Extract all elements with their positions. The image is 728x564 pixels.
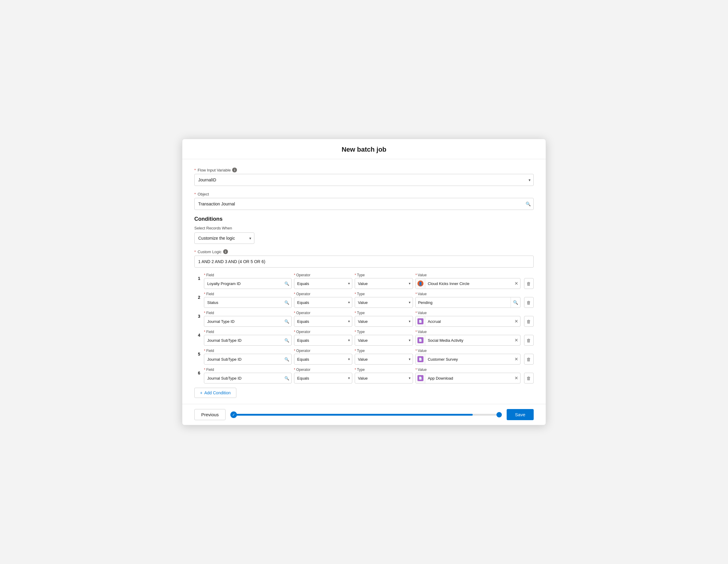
flow-input-variable-select-wrapper: JournalID ▾: [194, 174, 534, 186]
flow-input-info-icon[interactable]: i: [232, 168, 237, 172]
condition-type-select-3[interactable]: Value: [355, 335, 413, 346]
value-clear-icon-0[interactable]: ✕: [513, 278, 520, 289]
condition-delete-button-2[interactable]: 🗑: [524, 316, 534, 327]
progress-dot-end: [496, 412, 502, 417]
condition-number: 5: [194, 349, 204, 356]
condition-value-wrapper-0[interactable]: 👤 Cloud Kicks Inner Circle ✕: [415, 278, 520, 289]
condition-operator-select-3[interactable]: Equals: [294, 335, 352, 346]
condition-number: 2: [194, 292, 204, 300]
condition-row: 4 * Field 🔍 * Operator Equals ▾ *: [194, 330, 534, 346]
condition-field-label-2: * Field: [204, 311, 292, 315]
add-condition-plus-icon: +: [200, 390, 202, 395]
condition-operator-select-1[interactable]: Equals: [294, 297, 352, 308]
condition-row: 1 * Field 🔍 * Operator Equals ▾ *: [194, 273, 534, 289]
condition-value-label-3: * Value: [415, 330, 520, 334]
condition-operator-select-5[interactable]: Equals: [294, 373, 352, 384]
condition-delete-button-3[interactable]: 🗑: [524, 335, 534, 346]
flow-input-variable-label: * Flow Input Variable i: [194, 168, 534, 172]
condition-value-label-2: * Value: [415, 311, 520, 315]
progress-dot-start: ✓: [230, 411, 237, 418]
condition-value-text-2: Accrual: [425, 319, 513, 324]
value-search-icon-1[interactable]: 🔍: [511, 297, 520, 308]
condition-value-text-1: Pending: [416, 300, 511, 305]
custom-logic-info-icon[interactable]: i: [223, 249, 228, 254]
modal-title: New batch job: [341, 146, 386, 153]
condition-type-select-0[interactable]: Value: [355, 278, 413, 289]
condition-number: 4: [194, 330, 204, 338]
progress-fill: [233, 414, 473, 416]
condition-delete-button-1[interactable]: 🗑: [524, 297, 534, 308]
previous-button[interactable]: Previous: [194, 409, 226, 420]
save-button[interactable]: Save: [507, 409, 534, 420]
condition-field-label-4: * Field: [204, 349, 292, 353]
condition-value-wrapper-1[interactable]: Pending 🔍: [415, 297, 520, 308]
condition-row: 3 * Field 🔍 * Operator Equals ▾ *: [194, 311, 534, 327]
custom-logic-input[interactable]: [194, 256, 534, 268]
condition-row: 6 * Field 🔍 * Operator Equals ▾ *: [194, 368, 534, 384]
condition-delete-button-0[interactable]: 🗑: [524, 278, 534, 289]
modal-header: New batch job: [182, 139, 546, 159]
condition-type-label-5: * Type: [355, 368, 413, 372]
value-clear-icon-3[interactable]: ✕: [513, 335, 520, 345]
condition-type-select-2[interactable]: Value: [355, 316, 413, 327]
condition-type-label-3: * Type: [355, 330, 413, 334]
modal-container: New batch job * Flow Input Variable i Jo…: [182, 139, 546, 425]
progress-bar-container: ✓: [233, 414, 499, 416]
value-clear-icon-2[interactable]: ✕: [513, 316, 520, 326]
value-clear-icon-4[interactable]: ✕: [513, 354, 520, 364]
condition-operator-label-5: * Operator: [294, 368, 352, 372]
condition-number: 3: [194, 311, 204, 319]
condition-value-label-1: * Value: [415, 292, 520, 296]
condition-operator-label-0: * Operator: [294, 273, 352, 277]
value-journal-icon-3: 📄: [416, 335, 425, 345]
condition-row: 5 * Field 🔍 * Operator Equals ▾ *: [194, 349, 534, 365]
condition-value-label-5: * Value: [415, 368, 520, 372]
condition-field-input-2[interactable]: [204, 316, 292, 327]
condition-field-input-4[interactable]: [204, 354, 292, 365]
object-input[interactable]: [194, 198, 534, 210]
condition-delete-button-4[interactable]: 🗑: [524, 354, 534, 365]
condition-operator-label-2: * Operator: [294, 311, 352, 315]
modal-footer: Previous ✓ Save: [182, 404, 546, 425]
value-journal-icon-4: 📄: [416, 354, 425, 364]
condition-type-select-4[interactable]: Value: [355, 354, 413, 365]
condition-operator-label-3: * Operator: [294, 330, 352, 334]
value-clear-icon-5[interactable]: ✕: [513, 373, 520, 383]
conditions-table: 1 * Field 🔍 * Operator Equals ▾ *: [194, 273, 534, 384]
condition-value-wrapper-5[interactable]: 📄 App Download ✕: [415, 373, 520, 384]
condition-type-label-4: * Type: [355, 349, 413, 353]
logic-dropdown[interactable]: Customize the logic: [194, 232, 254, 244]
condition-field-input-3[interactable]: [204, 335, 292, 346]
value-person-icon-0: 👤: [416, 278, 425, 289]
condition-value-wrapper-3[interactable]: 📄 Social Media Activity ✕: [415, 335, 520, 346]
flow-input-variable-select[interactable]: JournalID: [194, 174, 534, 186]
condition-field-input-0[interactable]: [204, 278, 292, 289]
condition-field-input-5[interactable]: [204, 373, 292, 384]
condition-value-text-0: Cloud Kicks Inner Circle: [425, 281, 513, 286]
conditions-section: Conditions Select Records When Customize…: [194, 216, 534, 398]
condition-field-label-1: * Field: [204, 292, 292, 296]
modal-body: * Flow Input Variable i JournalID ▾ * Ob…: [182, 159, 546, 404]
condition-field-input-1[interactable]: [204, 297, 292, 308]
add-condition-label: Add Condition: [204, 390, 231, 395]
condition-field-label-3: * Field: [204, 330, 292, 334]
condition-value-text-3: Social Media Activity: [425, 338, 513, 343]
condition-delete-button-5[interactable]: 🗑: [524, 373, 534, 384]
condition-value-wrapper-4[interactable]: 📄 Customer Survey ✕: [415, 354, 520, 365]
condition-row: 2 * Field 🔍 * Operator Equals ▾ *: [194, 292, 534, 308]
condition-operator-select-0[interactable]: Equals: [294, 278, 352, 289]
condition-number: 6: [194, 368, 204, 375]
condition-operator-select-4[interactable]: Equals: [294, 354, 352, 365]
condition-type-select-1[interactable]: Value: [355, 297, 413, 308]
logic-dropdown-wrapper: Customize the logic ▾: [194, 232, 254, 244]
condition-operator-select-2[interactable]: Equals: [294, 316, 352, 327]
condition-type-label-1: * Type: [355, 292, 413, 296]
condition-type-select-5[interactable]: Value: [355, 373, 413, 384]
condition-value-label-4: * Value: [415, 349, 520, 353]
condition-type-label-0: * Type: [355, 273, 413, 277]
condition-value-wrapper-2[interactable]: 📄 Accrual ✕: [415, 316, 520, 327]
condition-field-label-0: * Field: [204, 273, 292, 277]
add-condition-button[interactable]: + Add Condition: [194, 388, 236, 398]
value-journal-icon-5: 📄: [416, 373, 425, 383]
condition-value-text-4: Customer Survey: [425, 357, 513, 362]
